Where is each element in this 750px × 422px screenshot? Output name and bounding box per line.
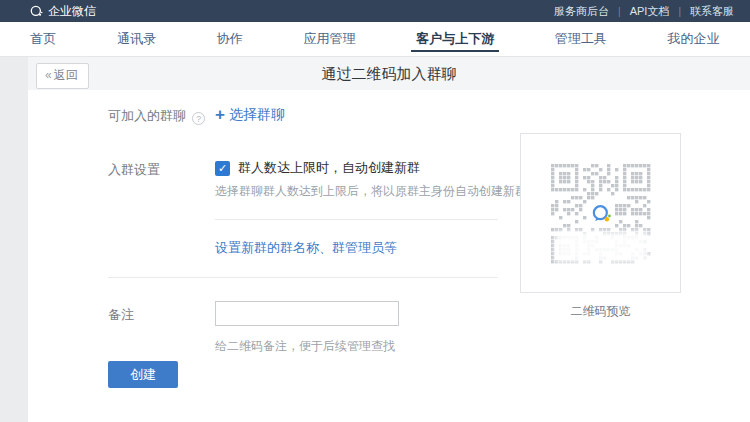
brand: 企业微信 — [30, 3, 96, 20]
nav-item-app-management[interactable]: 应用管理 — [299, 22, 359, 57]
info-icon[interactable]: ? — [192, 112, 205, 125]
join-settings-label: 入群设置 — [108, 161, 160, 179]
nav-item-customers-upstream-downstream[interactable]: 客户与上下游 — [412, 22, 498, 57]
auto-create-group-checkbox-row[interactable]: ✓ 群人数达上限时，自动创建新群 — [215, 159, 420, 177]
top-bar: 企业微信 服务商后台 | API文档 | 联系客服 — [0, 0, 750, 22]
divider — [108, 277, 498, 278]
nav-item-my-company[interactable]: 我的企业 — [664, 22, 724, 57]
nav-item-admin-tools[interactable]: 管理工具 — [551, 22, 611, 57]
main-nav: 首页 通讯录 协作 应用管理 客户与上下游 管理工具 我的企业 — [0, 22, 750, 57]
joinable-group-label: 可加入的群聊? — [108, 107, 205, 125]
select-group-label: 选择群聊 — [229, 106, 285, 122]
page-header: «返回 通过二维码加入群聊 — [28, 57, 750, 90]
api-docs-link[interactable]: API文档 — [630, 4, 670, 19]
redacted-label-overlay — [561, 237, 643, 257]
page-title: 通过二维码加入群聊 — [28, 65, 750, 84]
select-group-link[interactable]: +选择群聊 — [215, 105, 285, 125]
join-settings-helper-text: 选择群聊群人数达到上限后，将以原群主身份自动创建新群 — [215, 183, 527, 200]
qr-code-preview-card — [520, 133, 681, 293]
brand-name: 企业微信 — [48, 3, 96, 20]
remark-input[interactable] — [215, 301, 399, 326]
divider — [215, 219, 498, 220]
separator: | — [618, 6, 621, 17]
qr-caption: 二维码预览 — [520, 303, 681, 320]
remark-label: 备注 — [108, 306, 134, 324]
nav-item-collaboration[interactable]: 协作 — [213, 22, 247, 57]
topbar-links: 服务商后台 | API文档 | 联系客服 — [554, 4, 734, 19]
plus-icon: + — [215, 105, 225, 124]
checkbox-checked-icon[interactable]: ✓ — [215, 161, 230, 176]
contact-support-link[interactable]: 联系客服 — [690, 4, 734, 19]
wechat-work-logo-icon — [30, 5, 43, 18]
service-provider-link[interactable]: 服务商后台 — [554, 4, 609, 19]
new-group-settings-link[interactable]: 设置新群的群名称、群管理员等 — [215, 239, 397, 257]
main-panel: 可加入的群聊? +选择群聊 入群设置 ✓ 群人数达上限时，自动创建新群 选择群聊… — [28, 90, 750, 422]
wechat-work-bubble-icon — [587, 200, 615, 228]
create-button[interactable]: 创建 — [108, 361, 178, 388]
remark-helper-text: 给二维码备注，便于后续管理查找 — [215, 338, 395, 355]
separator: | — [678, 6, 681, 17]
nav-item-home[interactable]: 首页 — [26, 22, 60, 57]
nav-item-contacts[interactable]: 通讯录 — [113, 22, 160, 57]
app-window: 企业微信 服务商后台 | API文档 | 联系客服 首页 通讯录 协作 应用管理… — [0, 0, 750, 422]
checkbox-label: 群人数达上限时，自动创建新群 — [238, 159, 420, 177]
